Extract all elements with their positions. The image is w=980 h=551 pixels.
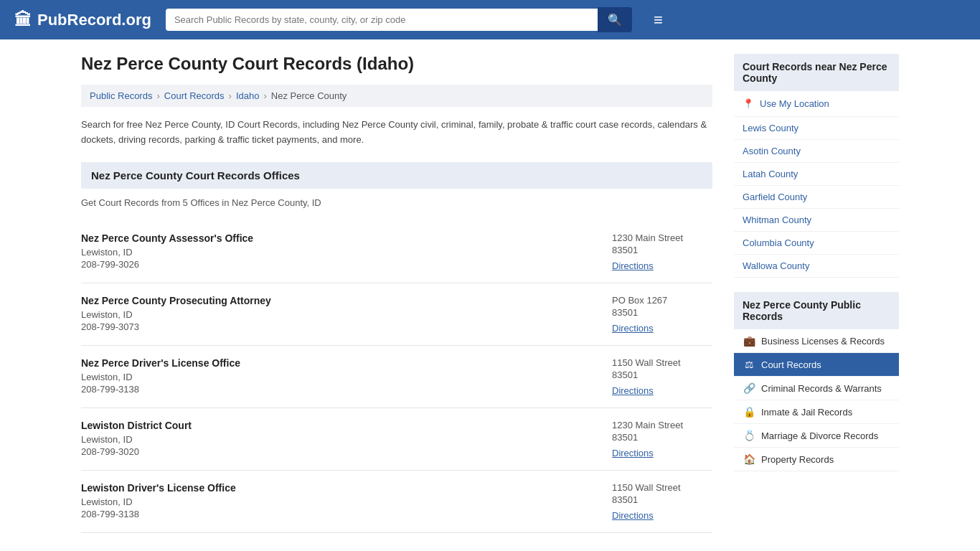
page-title: Nez Perce County Court Records (Idaho) bbox=[81, 54, 712, 74]
office-left-1: Nez Perce County Prosecuting Attorney Le… bbox=[81, 295, 598, 332]
directions-link-4[interactable]: Directions bbox=[612, 510, 654, 521]
content-area: Nez Perce County Court Records (Idaho) P… bbox=[81, 54, 712, 533]
offices-section-header: Nez Perce County Court Records Offices bbox=[81, 162, 712, 189]
office-entry: Lewiston District Court Lewiston, ID 208… bbox=[81, 408, 712, 471]
directions-link-3[interactable]: Directions bbox=[612, 448, 654, 458]
search-button[interactable]: 🔍 bbox=[598, 7, 632, 32]
logo-text: PubRecord.org bbox=[37, 11, 151, 29]
office-name-3: Lewiston District Court bbox=[81, 420, 598, 431]
office-zip-2: 83501 bbox=[612, 369, 712, 380]
public-records-title: Nez Perce County Public Records bbox=[734, 292, 899, 329]
breadcrumb-county: Nez Perce County bbox=[271, 90, 347, 101]
logo[interactable]: 🏛 PubRecord.org bbox=[14, 10, 151, 30]
office-right-4: 1150 Wall Street 83501 Directions bbox=[598, 482, 712, 521]
office-city-1: Lewiston, ID bbox=[81, 309, 598, 320]
office-entry: Lewiston Driver's License Office Lewisto… bbox=[81, 471, 712, 533]
public-records-section: Nez Perce County Public Records 💼 Busine… bbox=[734, 292, 899, 471]
office-zip-4: 83501 bbox=[612, 494, 712, 505]
main-container: Nez Perce County Court Records (Idaho) P… bbox=[60, 39, 920, 547]
record-icon-5: 🏠 bbox=[743, 453, 755, 465]
directions-link-1[interactable]: Directions bbox=[612, 323, 654, 334]
search-icon: 🔍 bbox=[608, 14, 622, 26]
breadcrumb-idaho[interactable]: Idaho bbox=[236, 90, 260, 101]
office-phone-3: 208-799-3020 bbox=[81, 446, 598, 457]
record-label-1: Court Records bbox=[761, 359, 821, 370]
office-entry: Nez Perce County Assessor's Office Lewis… bbox=[81, 221, 712, 283]
office-phone-2: 208-799-3138 bbox=[81, 384, 598, 395]
office-phone-4: 208-799-3138 bbox=[81, 509, 598, 519]
office-right-2: 1150 Wall Street 83501 Directions bbox=[598, 357, 712, 396]
record-label-3: Inmate & Jail Records bbox=[761, 407, 852, 418]
sidebar-record-item-4[interactable]: 💍 Marriage & Divorce Records bbox=[734, 424, 899, 448]
sidebar-nearby-county-6[interactable]: Wallowa County bbox=[734, 255, 899, 278]
sidebar-record-item-2[interactable]: 🔗 Criminal Records & Warrants bbox=[734, 377, 899, 400]
sidebar-record-item-5[interactable]: 🏠 Property Records bbox=[734, 448, 899, 471]
sidebar-nearby-county-0[interactable]: Lewis County bbox=[734, 117, 899, 140]
office-city-3: Lewiston, ID bbox=[81, 434, 598, 445]
breadcrumb-sep-3: › bbox=[263, 90, 266, 101]
breadcrumb-public-records[interactable]: Public Records bbox=[90, 90, 152, 101]
office-address-4: 1150 Wall Street bbox=[612, 482, 712, 493]
office-zip-1: 83501 bbox=[612, 307, 712, 318]
use-location[interactable]: 📍 Use My Location bbox=[734, 91, 899, 117]
directions-link-0[interactable]: Directions bbox=[612, 260, 654, 271]
office-city-4: Lewiston, ID bbox=[81, 496, 598, 507]
search-bar: 🔍 bbox=[166, 7, 632, 32]
office-zip-3: 83501 bbox=[612, 432, 712, 443]
nearby-section-title: Court Records near Nez Perce County bbox=[734, 54, 899, 91]
sidebar-nearby-county-4[interactable]: Whitman County bbox=[734, 209, 899, 232]
record-icon-4: 💍 bbox=[743, 430, 755, 441]
office-name-4: Lewiston Driver's License Office bbox=[81, 482, 598, 494]
office-right-0: 1230 Main Street 83501 Directions bbox=[598, 232, 712, 271]
logo-icon: 🏛 bbox=[14, 10, 32, 30]
offices-list: Nez Perce County Assessor's Office Lewis… bbox=[81, 221, 712, 533]
record-label-5: Property Records bbox=[761, 454, 834, 465]
search-input[interactable] bbox=[166, 9, 598, 31]
sidebar-nearby-county-1[interactable]: Asotin County bbox=[734, 140, 899, 163]
record-icon-1: ⚖ bbox=[743, 359, 755, 370]
sidebar-nearby-county-5[interactable]: Columbia County bbox=[734, 232, 899, 255]
breadcrumb-court-records[interactable]: Court Records bbox=[164, 90, 225, 101]
office-zip-0: 83501 bbox=[612, 245, 712, 255]
office-entry: Nez Perce Driver's License Office Lewist… bbox=[81, 346, 712, 408]
header: 🏛 PubRecord.org 🔍 ≡ bbox=[0, 0, 980, 39]
office-phone-0: 208-799-3026 bbox=[81, 259, 598, 270]
office-city-2: Lewiston, ID bbox=[81, 372, 598, 382]
office-name-2: Nez Perce Driver's License Office bbox=[81, 357, 598, 369]
public-records-list: 💼 Business Licenses & Records ⚖ Court Re… bbox=[734, 329, 899, 471]
sidebar: Court Records near Nez Perce County 📍 Us… bbox=[734, 54, 899, 533]
office-left-4: Lewiston Driver's License Office Lewisto… bbox=[81, 482, 598, 519]
breadcrumb-sep-1: › bbox=[156, 90, 159, 101]
offices-section-sub: Get Court Records from 5 Offices in Nez … bbox=[81, 197, 712, 208]
sidebar-record-item-0[interactable]: 💼 Business Licenses & Records bbox=[734, 329, 899, 353]
office-left-2: Nez Perce Driver's License Office Lewist… bbox=[81, 357, 598, 395]
record-icon-3: 🔒 bbox=[743, 406, 755, 418]
sidebar-record-item-1[interactable]: ⚖ Court Records bbox=[734, 353, 899, 377]
office-left-3: Lewiston District Court Lewiston, ID 208… bbox=[81, 420, 598, 457]
office-name-1: Nez Perce County Prosecuting Attorney bbox=[81, 295, 598, 306]
record-icon-2: 🔗 bbox=[743, 382, 755, 394]
record-label-4: Marriage & Divorce Records bbox=[761, 430, 878, 441]
menu-button[interactable]: ≡ bbox=[654, 11, 663, 29]
record-label-2: Criminal Records & Warrants bbox=[761, 383, 882, 394]
office-phone-1: 208-799-3073 bbox=[81, 321, 598, 332]
sidebar-nearby-county-2[interactable]: Latah County bbox=[734, 163, 899, 186]
use-location-label: Use My Location bbox=[760, 98, 829, 109]
office-right-3: 1230 Main Street 83501 Directions bbox=[598, 420, 712, 458]
nearby-counties-list: Lewis CountyAsotin CountyLatah CountyGar… bbox=[734, 117, 899, 278]
record-label-0: Business Licenses & Records bbox=[761, 336, 885, 347]
office-name-0: Nez Perce County Assessor's Office bbox=[81, 232, 598, 244]
sidebar-record-item-3[interactable]: 🔒 Inmate & Jail Records bbox=[734, 400, 899, 424]
directions-link-2[interactable]: Directions bbox=[612, 385, 654, 396]
breadcrumb-sep-2: › bbox=[229, 90, 232, 101]
sidebar-nearby-county-3[interactable]: Garfield County bbox=[734, 186, 899, 209]
office-address-3: 1230 Main Street bbox=[612, 420, 712, 430]
office-left-0: Nez Perce County Assessor's Office Lewis… bbox=[81, 232, 598, 270]
office-address-1: PO Box 1267 bbox=[612, 295, 712, 306]
office-address-0: 1230 Main Street bbox=[612, 232, 712, 243]
hamburger-icon: ≡ bbox=[654, 11, 663, 29]
record-icon-0: 💼 bbox=[743, 335, 755, 347]
office-right-1: PO Box 1267 83501 Directions bbox=[598, 295, 712, 334]
location-icon: 📍 bbox=[743, 98, 754, 109]
office-address-2: 1150 Wall Street bbox=[612, 357, 712, 368]
